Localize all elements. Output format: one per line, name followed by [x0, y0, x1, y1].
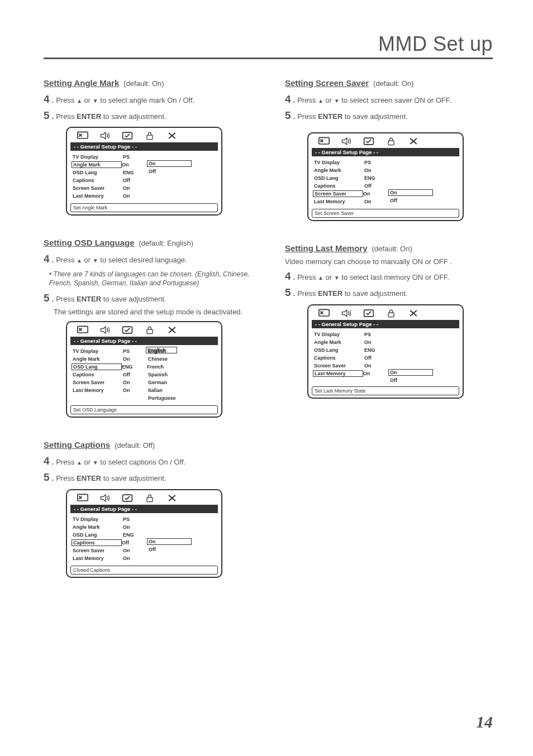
menu-osd: - - General Setup Page - - TV DisplayPSE…	[66, 321, 222, 418]
press-label: Press	[56, 256, 74, 264]
press-label: Press	[56, 458, 74, 466]
lang-opt: Portuguese	[148, 395, 176, 401]
press-label: Press	[297, 289, 316, 298]
step-4: 4. Press ▲ or ▼ to select captions On / …	[44, 454, 251, 468]
menu-label-lm: Last Memory	[73, 556, 123, 561]
press-label: Press	[297, 273, 316, 281]
lang-opt: Italian	[148, 387, 163, 393]
menu-val: PS	[123, 154, 148, 160]
menu-label-cap: Captions	[73, 372, 123, 377]
menu-icon-row	[72, 326, 217, 337]
menu-label-ss: Screen Saver	[73, 548, 123, 553]
menu-label-angle: Angle Mark	[73, 524, 123, 530]
menu-label-cap: Captions	[314, 355, 364, 361]
step-tail: to select desired language.	[100, 256, 187, 264]
down-triangle-icon: ▼	[334, 274, 340, 282]
menu-label-tv: TV Display	[73, 516, 123, 522]
lock-icon	[386, 137, 397, 146]
menu-val: On	[123, 356, 148, 362]
page-title: MMD Set up	[378, 32, 493, 56]
svg-rect-14	[388, 313, 394, 317]
step-dot: .	[52, 255, 54, 265]
option-off: Off	[149, 547, 156, 552]
menu-val: Off	[123, 372, 148, 377]
press-label: Press	[56, 474, 74, 482]
monitor-icon	[318, 309, 330, 318]
menu-angle: - - General Setup Page - - TV DisplayPS …	[66, 127, 222, 216]
svg-rect-9	[319, 138, 329, 145]
step-text: Press ENTER to save adjustment.	[297, 289, 407, 299]
step-dot: .	[52, 473, 54, 484]
menu-val: On	[123, 380, 148, 385]
step-text: Press ENTER to save adjustment.	[56, 294, 166, 304]
or-label: or	[84, 458, 91, 466]
lock-icon	[386, 309, 397, 318]
title-rule	[44, 58, 493, 59]
monitor-icon	[77, 131, 88, 140]
close-icon	[166, 326, 178, 334]
press-label: Press	[56, 96, 74, 104]
speaker-icon	[341, 137, 352, 146]
menu-label-tv: TV Display	[314, 160, 364, 165]
check-box-icon	[122, 326, 133, 334]
menu-val: ENG	[123, 170, 148, 175]
section-default: (default: On)	[373, 79, 413, 88]
menu-val: On	[123, 185, 148, 191]
enter-label: ENTER	[77, 474, 101, 482]
step-number: 5	[44, 291, 50, 305]
close-icon	[408, 137, 419, 146]
lang-opt: Chinese	[148, 356, 168, 362]
section-angle-mark: Setting Angle Mark (default: On) 4. Pres…	[44, 78, 251, 216]
up-triangle-icon: ▲	[77, 97, 82, 105]
section-default: (default: Off)	[115, 441, 155, 449]
menu-val: On	[364, 339, 389, 345]
or-label: or	[326, 96, 332, 104]
lang-selected-box: English	[146, 347, 177, 353]
menu-val: On	[364, 363, 389, 369]
lock-icon	[144, 326, 155, 334]
menu-label-tv: TV Display	[73, 154, 123, 160]
section-screen-saver: Setting Screen Saver (default: On) 4. Pr…	[285, 78, 493, 221]
section-title: Setting Screen Saver	[285, 78, 369, 88]
or-label: or	[326, 273, 332, 281]
press-label: Press	[56, 112, 74, 121]
step-dot: .	[293, 112, 296, 122]
lock-icon	[144, 131, 155, 140]
menu-footer: Closed Captions	[70, 566, 218, 575]
menu-val: ENG	[364, 347, 389, 353]
enter-label: ENTER	[77, 112, 101, 121]
menu-footer: Set Last Memory State	[312, 386, 459, 395]
option-off: Off	[390, 377, 397, 383]
step-4: 4. Press ▲ or ▼ to select last memory ON…	[285, 269, 493, 284]
svg-rect-0	[78, 132, 88, 139]
press-label: Press	[56, 295, 74, 303]
menu-val: ENG	[122, 364, 147, 370]
bullet: •	[49, 270, 51, 278]
note-text: There are 7 kinds of languages can be ch…	[49, 270, 249, 287]
step-number: 5	[285, 285, 291, 300]
menu-screen-saver: - - General Setup Page - - TV DisplayPS …	[307, 132, 464, 221]
menu-val: PS	[123, 348, 148, 354]
option-on: On	[147, 538, 192, 545]
section-osd-language: Setting OSD Language (default: English) …	[44, 238, 251, 418]
section-last-memory: Setting Last Memory (default: On) Video …	[285, 243, 493, 398]
step-tail: to select captions On / Off.	[100, 458, 185, 466]
step-dot: .	[293, 289, 296, 299]
menu-label-cap: Captions	[314, 183, 364, 189]
menu-captions: - - General Setup Page - - TV DisplayPS …	[66, 489, 222, 578]
menu-body: TV DisplayPS Angle MarkOn OSD LangENG Ca…	[72, 153, 217, 200]
svg-rect-11	[388, 141, 394, 145]
check-box-icon	[122, 131, 133, 140]
svg-rect-3	[78, 327, 88, 333]
intro-text: Video memory can choose to manually ON o…	[285, 257, 493, 266]
menu-label-tv: TV Display	[73, 348, 123, 354]
save-label: to save adjustment.	[103, 474, 166, 482]
menu-val: On	[123, 387, 148, 393]
menu-footer: Set Screen Saver	[312, 209, 459, 218]
step-4: 4. Press ▲ or ▼ to select desired langua…	[44, 252, 251, 266]
menu-label-osd: OSD Lang	[73, 532, 123, 538]
press-label: Press	[297, 112, 316, 121]
menu-header: - - General Setup Page - -	[70, 142, 218, 151]
lang-opt: Spanish	[148, 372, 168, 377]
step-dot: .	[52, 112, 54, 122]
